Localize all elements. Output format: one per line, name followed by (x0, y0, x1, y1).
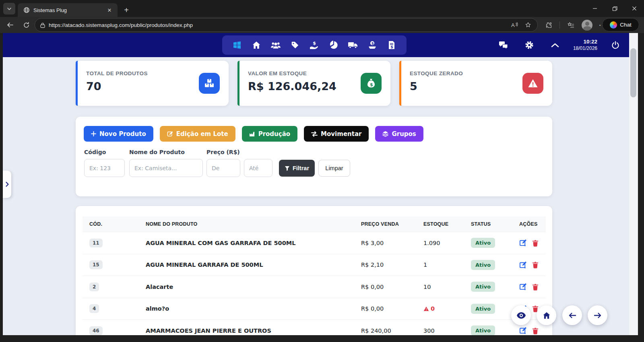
users-icon[interactable] (268, 37, 283, 53)
toolbar-divider (559, 21, 560, 29)
window-minimize-button[interactable] (586, 0, 604, 17)
invoice-icon[interactable]: $ (384, 37, 399, 53)
scrollbar-thumb[interactable] (630, 48, 636, 97)
codigo-input[interactable] (84, 159, 125, 177)
address-bar[interactable]: A (35, 18, 538, 32)
producao-button[interactable]: Produção (242, 126, 297, 142)
window-right-edge (638, 33, 644, 342)
delete-button[interactable] (532, 283, 539, 290)
grupos-button[interactable]: Grupos (375, 126, 423, 142)
copilot-chat-button[interactable]: Chat (602, 18, 639, 31)
star-icon (525, 22, 531, 28)
product-price: R$ 240,00 (361, 328, 423, 334)
card-valor-estoque: VALOR EM ESTOQUE R$ 126.046,24 $ (237, 61, 390, 106)
edit-button[interactable] (519, 327, 527, 334)
product-code: 46 (89, 326, 103, 335)
delete-button[interactable] (532, 327, 539, 334)
collections-button[interactable] (564, 19, 578, 31)
product-stock-alert: 0 (423, 305, 471, 312)
date: 18/01/2026 (573, 45, 597, 52)
back-arrow-icon (6, 22, 14, 28)
card-accent (76, 61, 78, 106)
gear-icon[interactable] (522, 37, 537, 53)
delete-button[interactable] (532, 239, 539, 247)
card-total-produtos: TOTAL DE PRODUTOS 70 (76, 61, 229, 106)
card-accent (399, 61, 401, 106)
extensions-puzzle-icon (545, 22, 552, 29)
back-button[interactable] (3, 19, 17, 31)
app-nav-right: 10:22 18/01/2026 (496, 33, 623, 57)
product-price: R$ 0,00 (361, 305, 423, 312)
profile-avatar[interactable] (582, 20, 592, 31)
edicao-em-lote-label: Edição em Lote (176, 130, 228, 138)
chat-bubbles-icon[interactable] (496, 37, 511, 53)
avatar-body (583, 26, 591, 31)
edit-button[interactable] (519, 239, 527, 247)
tab-close-icon[interactable]: ✕ (105, 6, 114, 14)
status-badge: Ativo (471, 326, 495, 335)
filtrar-label: Filtrar (293, 165, 309, 171)
browser-tab[interactable]: Sistemas Plug ✕ (18, 3, 118, 17)
product-stock: 0 (431, 305, 435, 312)
movimentar-label: Movimentar (321, 130, 361, 138)
factory-icon (249, 131, 255, 137)
boxes-icon (199, 73, 220, 94)
next-page-button[interactable] (588, 305, 607, 325)
page-scrollbar[interactable] (629, 33, 638, 335)
svg-text:$: $ (390, 45, 393, 49)
product-table-card: CÓD. NOME DO PRODUTO PREÇO VENDA ESTOQUE… (76, 206, 552, 335)
extensions-button[interactable] (542, 19, 555, 31)
pen-square-icon (167, 131, 173, 137)
new-tab-button[interactable]: + (121, 4, 132, 16)
preco-label: Preço (R$) (206, 149, 240, 155)
filter-panel: Novo Produto Edição em Lote Produção Mov… (76, 117, 552, 196)
movimentar-button[interactable]: Movimentar (304, 126, 369, 142)
home-icon[interactable] (249, 37, 264, 53)
favorite-star-button[interactable] (523, 19, 533, 31)
windows-icon[interactable] (229, 37, 245, 53)
product-name: Alacarte (146, 284, 361, 290)
sidebar-expander[interactable] (3, 171, 11, 198)
nome-produto-input[interactable] (129, 159, 203, 177)
tag-icon[interactable] (287, 37, 303, 53)
edit-button[interactable] (519, 283, 527, 290)
filtrar-button[interactable]: Filtrar (279, 160, 315, 177)
arrow-right-icon (594, 312, 602, 319)
pie-chart-icon[interactable] (326, 37, 341, 53)
caret-up-icon[interactable] (547, 37, 563, 53)
col-nome: NOME DO PRODUTO (146, 221, 361, 227)
novo-produto-button[interactable]: Novo Produto (84, 126, 153, 142)
status-badge: Ativo (471, 238, 495, 248)
layers-icon (382, 131, 388, 137)
limpar-button[interactable]: Limpar (318, 160, 350, 177)
url-input[interactable] (49, 22, 506, 28)
delete-button[interactable] (532, 261, 539, 268)
preco-ate-input[interactable] (244, 159, 272, 177)
table-row: 2 Alacarte R$ 0,00 10 Ativo (83, 276, 546, 298)
product-code: 11 (89, 239, 103, 247)
tab-list-button[interactable] (3, 3, 15, 14)
product-code: 15 (89, 260, 103, 269)
product-price: R$ 2,10 (361, 262, 423, 268)
refresh-icon (23, 22, 30, 29)
edicao-em-lote-button[interactable]: Edição em Lote (160, 126, 235, 142)
svg-text:$: $ (313, 41, 316, 46)
prev-page-button[interactable] (562, 305, 582, 325)
refresh-button[interactable] (19, 19, 33, 31)
window-close-button[interactable] (625, 0, 644, 17)
edit-button[interactable] (519, 261, 527, 269)
swap-arrows-icon (311, 131, 318, 137)
hand-dollar-icon[interactable]: $ (307, 37, 322, 53)
truck-icon[interactable] (345, 37, 361, 53)
avatar-head (585, 22, 589, 26)
clock: 10:22 18/01/2026 (573, 39, 597, 52)
svg-text:A: A (511, 22, 515, 28)
home-button[interactable] (537, 305, 556, 325)
power-icon[interactable] (608, 37, 623, 53)
read-aloud-button[interactable]: A (509, 19, 520, 31)
preco-de-input[interactable] (206, 159, 240, 177)
window-restore-button[interactable] (605, 0, 624, 17)
view-button[interactable] (511, 305, 531, 325)
coin-slot-icon[interactable]: $ (365, 37, 380, 53)
action-button-row: Novo Produto Edição em Lote Produção Mov… (84, 126, 423, 142)
